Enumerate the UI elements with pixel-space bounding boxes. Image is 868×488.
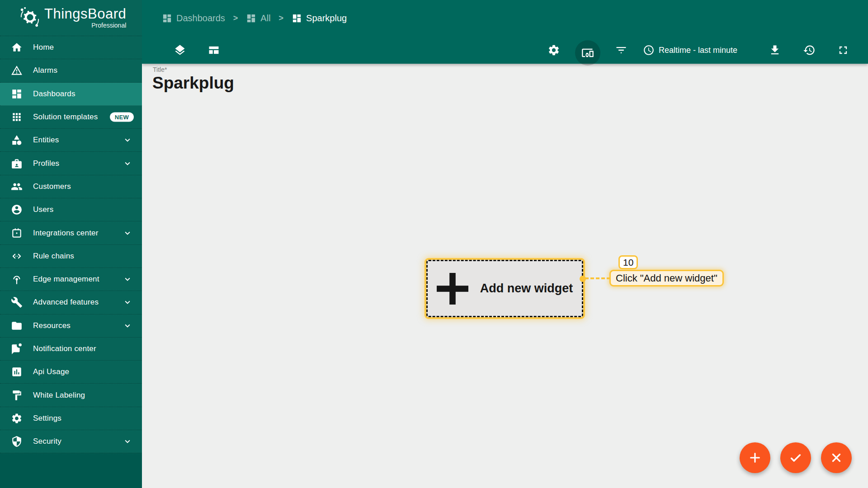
filter-icon [615,44,627,56]
thingsboard-logo-icon [18,6,42,30]
chevron-down-icon [123,159,132,169]
timewindow-label: Realtime - last minute [659,46,737,55]
rule-chains-icon [11,250,23,262]
settings-icon [11,413,23,424]
annotation-instruction: Click "Add new widget" [609,270,724,286]
entities-icon [11,134,23,146]
entity-aliases-button[interactable] [575,40,600,66]
timewindow-button[interactable]: Realtime - last minute [643,40,737,60]
manage-layouts-icon [208,44,220,56]
dashboard-settings-button[interactable] [544,40,564,60]
sidebar-item-users[interactable]: Users [0,198,142,221]
dashboards-icon [292,13,302,23]
alarms-icon [11,65,23,76]
apply-changes-fab[interactable] [780,442,811,473]
chevron-down-icon [123,297,132,307]
dashboards-icon [246,13,256,23]
sidebar: Home Alarms Dashboards Solution template… [0,36,142,488]
edge-management-icon [11,273,23,285]
resources-icon [11,320,23,332]
sidebar-item-customers[interactable]: Customers [0,175,142,198]
dashboards-icon [162,13,172,23]
sidebar-item-api-usage[interactable]: Api Usage [0,361,142,384]
brand-name: ThingsBoard [44,7,126,21]
new-badge: NEW [110,113,134,122]
dashboard-title-label: Title* [153,66,167,73]
close-icon [830,451,843,465]
sidebar-item-home[interactable]: Home [0,36,142,59]
brand-logo[interactable]: ThingsBoard Professional [0,0,142,36]
users-icon [11,204,23,216]
sidebar-item-profiles[interactable]: Profiles [0,152,142,175]
sidebar-item-resources[interactable]: Resources [0,314,142,338]
breadcrumb-separator: > [277,14,286,23]
sidebar-item-solution-templates[interactable]: Solution templates NEW [0,106,142,129]
add-new-widget-button[interactable]: Add new widget [426,260,583,317]
sidebar-item-edge-management[interactable]: Edge management [0,268,142,291]
sidebar-item-dashboards[interactable]: Dashboards [0,83,142,106]
filters-button[interactable] [611,40,631,60]
history-button[interactable] [799,40,819,60]
dashboards-icon [11,88,23,100]
integrations-icon [11,227,23,239]
sidebar-item-rule-chains[interactable]: Rule chains [0,245,142,268]
sidebar-filler [0,453,142,488]
plus-icon [437,273,468,305]
chevron-down-icon [123,228,132,238]
top-header: ThingsBoard Professional Dashboards > Al… [0,0,868,36]
brand-edition: Professional [44,22,126,29]
security-icon [11,436,23,447]
breadcrumb-separator: > [231,14,240,23]
sidebar-item-alarms[interactable]: Alarms [0,59,142,82]
dashboard-canvas: Title* Sparkplug Add new widget 10 Click… [142,64,868,488]
fullscreen-icon [837,44,849,56]
customers-icon [11,181,23,192]
sidebar-item-white-labeling[interactable]: White Labeling [0,384,142,407]
entity-aliases-icon [581,47,594,59]
history-icon [803,44,816,56]
plus-icon [748,450,762,465]
settings-icon [547,44,560,56]
chevron-down-icon [123,274,132,284]
api-usage-icon [11,366,23,378]
sidebar-item-integrations-center[interactable]: Integrations center [0,221,142,244]
advanced-features-icon [11,296,23,308]
layers-icon [174,44,186,56]
dashboard-toolbar: Realtime - last minute [142,36,868,64]
solution-templates-icon [11,111,23,123]
download-icon [769,44,781,56]
white-labeling-icon [11,389,23,401]
sidebar-item-settings[interactable]: Settings [0,407,142,430]
thingsboard-app: ThingsBoard Professional Dashboards > Al… [0,0,868,488]
sidebar-item-notification-center[interactable]: Notification center [0,338,142,361]
annotation-connector-line [585,277,610,279]
dashboard-title-input[interactable]: Sparkplug [152,74,234,93]
manage-layouts-button[interactable] [204,40,224,60]
add-widget-fab[interactable] [740,442,770,473]
sidebar-item-entities[interactable]: Entities [0,129,142,152]
breadcrumb-sparkplug[interactable]: Sparkplug [292,13,347,23]
home-icon [11,42,23,53]
chevron-down-icon [123,436,132,446]
sidebar-item-advanced-features[interactable]: Advanced features [0,291,142,314]
toolbar-fullscreen-button[interactable] [833,40,853,60]
annotation-step-number: 10 [618,255,638,269]
clock-icon [643,44,655,56]
notification-center-icon [11,343,23,355]
dashboard-states-button[interactable] [170,40,190,60]
add-widget-label: Add new widget [480,282,573,296]
chevron-down-icon [123,135,132,145]
breadcrumb-dashboards[interactable]: Dashboards [162,13,225,23]
breadcrumb-all[interactable]: All [246,13,270,23]
check-icon [788,450,803,465]
breadcrumb: Dashboards > All > Sparkplug [162,0,347,36]
profiles-icon [11,158,23,169]
export-button[interactable] [765,40,785,60]
brand-text: ThingsBoard Professional [44,7,126,29]
chevron-down-icon [123,321,132,331]
cancel-changes-fab[interactable] [821,442,852,473]
sidebar-item-security[interactable]: Security [0,430,142,453]
